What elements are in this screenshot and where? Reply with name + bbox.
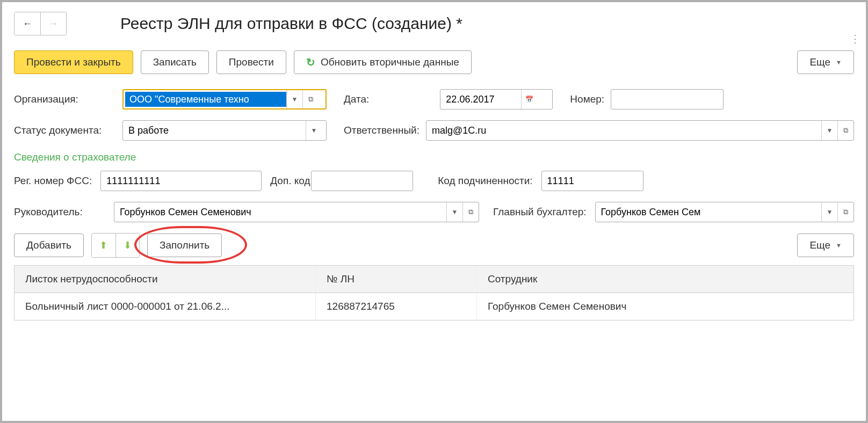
sub-code-field[interactable] [541,171,643,191]
ext-code-field[interactable] [311,171,413,191]
insurer-row-2: Руководитель: ▼ ⧉ Главный бухгалтер: ▼ ⧉ [14,202,854,222]
organization-open-icon[interactable]: ⧉ [302,90,319,108]
fill-button-wrap: Заполнить [147,234,222,257]
responsible-open-icon[interactable]: ⧉ [837,121,853,140]
move-down-button[interactable]: ⬇ [115,234,139,257]
back-button[interactable]: ← [15,12,40,35]
window-frame: ⋮ ← → Реестр ЭЛН для отправки в ФСС (соз… [0,0,868,423]
organization-value: ООО "Современные техно [125,92,286,107]
chevron-down-icon: ▼ [836,59,842,65]
arrow-right-icon: → [49,18,59,30]
move-up-button[interactable]: ⬆ [92,234,115,257]
add-button[interactable]: Добавить [14,234,84,257]
save-button[interactable]: Записать [141,50,209,74]
ext-code-input[interactable] [312,171,413,191]
status-input[interactable] [123,121,306,140]
refresh-icon: ↻ [306,56,315,69]
insurer-section-title: Сведения о страхователе [14,151,854,163]
accountant-open-icon[interactable]: ⧉ [837,202,853,222]
manager-open-icon[interactable]: ⧉ [462,202,479,222]
th-sick-leave[interactable]: Листок нетрудоспособности [15,266,315,293]
status-label: Статус документа: [14,125,116,136]
responsible-dropdown-icon[interactable]: ▼ [821,121,837,140]
organization-dropdown-icon[interactable]: ▼ [286,90,302,108]
number-field[interactable] [611,89,724,110]
reg-num-label: Рег. номер ФСС: [14,175,92,187]
status-dropdown-icon[interactable]: ▼ [306,121,322,140]
sub-code-label: Код подчиненности: [438,175,532,187]
form-row-org-date: Организация: ООО "Современные техно ▼ ⧉ … [14,89,854,110]
date-input[interactable] [440,90,521,109]
arrow-left-icon: ← [23,18,32,30]
accountant-field[interactable]: ▼ ⧉ [595,202,854,222]
manager-field[interactable]: ▼ ⧉ [114,202,479,222]
fill-button[interactable]: Заполнить [147,234,222,257]
calendar-icon[interactable]: 📅 [521,90,537,109]
table-toolbar: Добавить ⬆ ⬇ Заполнить Еще ▼ [14,233,854,258]
window-menu-icon[interactable]: ⋮ [850,32,860,45]
table-more-button[interactable]: Еще ▼ [797,234,854,257]
page-title: Реестр ЭЛН для отправки в ФСС (создание)… [120,14,462,33]
main-toolbar: Провести и закрыть Записать Провести ↻ О… [14,50,854,74]
date-label: Дата: [344,93,369,105]
table-header: Листок нетрудоспособности № ЛН Сотрудник [15,266,853,293]
responsible-label: Ответственный: [344,125,419,136]
table-more-label: Еще [809,239,830,251]
topbar: ← → Реестр ЭЛН для отправки в ФСС (созда… [14,12,854,35]
post-button[interactable]: Провести [216,50,286,74]
manager-input[interactable] [114,202,446,222]
arrow-up-icon: ⬆ [99,239,107,251]
accountant-input[interactable] [596,202,821,222]
accountant-label: Главный бухгалтер: [493,206,587,218]
date-field[interactable]: 📅 [440,89,553,110]
number-label: Номер: [570,93,604,105]
refresh-secondary-button[interactable]: ↻ Обновить вторичные данные [294,50,472,74]
responsible-input[interactable] [426,121,821,140]
forward-button[interactable]: → [40,12,66,35]
refresh-secondary-label: Обновить вторичные данные [321,56,459,68]
arrow-down-icon: ⬇ [124,239,132,251]
more-label: Еще [809,56,830,68]
form-row-status-resp: Статус документа: ▼ Ответственный: ▼ ⧉ [14,120,854,141]
manager-label: Руководитель: [14,206,105,218]
table-row[interactable]: Больничный лист 0000-000001 от 21.06.2..… [15,293,853,320]
chevron-down-icon: ▼ [836,242,842,249]
td-number: 126887214765 [315,293,476,320]
nav-buttons: ← → [14,12,67,35]
ext-code-label: Доп. код: [270,176,302,187]
th-employee[interactable]: Сотрудник [476,266,853,293]
manager-dropdown-icon[interactable]: ▼ [446,202,462,222]
status-field[interactable]: ▼ [122,120,327,141]
organization-field[interactable]: ООО "Современные техно ▼ ⧉ [122,89,327,110]
number-input[interactable] [611,90,723,109]
organization-label: Организация: [14,93,116,105]
td-sick-leave: Больничный лист 0000-000001 от 21.06.2..… [15,293,315,320]
post-and-close-button[interactable]: Провести и закрыть [14,50,133,74]
th-number[interactable]: № ЛН [315,266,476,293]
reg-num-field[interactable] [100,171,262,191]
insurer-row-1: Рег. номер ФСС: Доп. код: Код подчиненно… [14,171,854,191]
reg-num-input[interactable] [101,171,261,191]
accountant-dropdown-icon[interactable]: ▼ [821,202,837,222]
move-buttons: ⬆ ⬇ [91,233,140,258]
table: Листок нетрудоспособности № ЛН Сотрудник… [14,265,854,320]
td-employee: Горбунков Семен Семенович [476,293,853,320]
sub-code-input[interactable] [542,171,643,191]
responsible-field[interactable]: ▼ ⧉ [426,120,854,141]
more-button[interactable]: Еще ▼ [797,50,854,74]
